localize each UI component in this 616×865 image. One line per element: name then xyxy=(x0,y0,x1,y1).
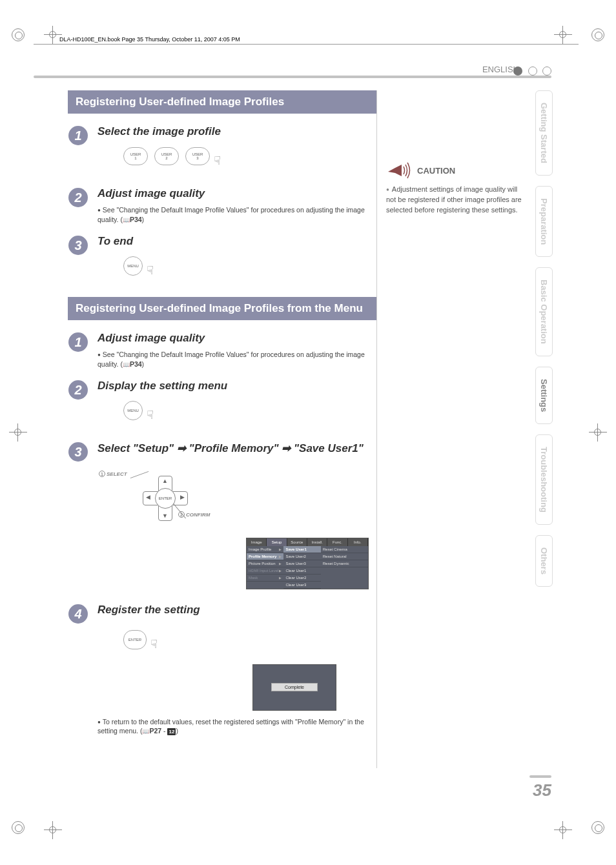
step-2-2: 2 Display the setting menu MENU ☟ xyxy=(68,380,376,431)
svg-text:3: 3 xyxy=(74,445,81,459)
step-note: ●See "Changing the Default Image Profile… xyxy=(98,350,376,369)
right-arrow-icon: ▶ xyxy=(180,494,185,500)
dpad-diagram: 1SELECT ENTER ▲ ▼ ◀ ▶ 2CONFIRM xyxy=(117,469,207,527)
header-bar xyxy=(34,76,551,78)
menu-tab: Func. xyxy=(327,538,347,546)
step-title: Adjust image quality xyxy=(98,187,376,200)
caution-heading: CAUTION xyxy=(417,166,455,176)
crop-mark xyxy=(591,28,604,44)
user3-button: USER3 xyxy=(185,147,210,165)
press-hand-survey-icon: ☟ xyxy=(150,637,158,651)
chapter-tabs: Getting Started Preparation Basic Operat… xyxy=(535,90,555,597)
crop-mark xyxy=(591,426,604,439)
user1-button: USER1 xyxy=(123,147,148,165)
section-heading-2: Registering User-defined Image Profiles … xyxy=(68,297,376,320)
step-number-1-icon: 1 xyxy=(68,125,88,146)
step-note: ●To return to the default values, reset … xyxy=(98,717,376,736)
menu-right-col: Reset Cinema Reset Natural Reset Dynamic xyxy=(321,546,368,589)
tab-others: Others xyxy=(535,535,553,587)
step-note: ●See "Changing the Default Image Profile… xyxy=(98,205,376,224)
step-title: Select the image profile xyxy=(98,125,376,138)
step-1-2: 2 Adjust image quality ●See "Changing th… xyxy=(68,187,376,224)
user2-button: USER2 xyxy=(154,147,179,165)
main-content: Registering User-defined Image Profiles … xyxy=(68,90,376,746)
caution-text: Adjustment settings of image quality wil… xyxy=(386,185,522,216)
crop-mark xyxy=(12,426,25,439)
step-2-3: 3 Select "Setup" ➡ "Profile Memory" ➡ "S… xyxy=(68,442,376,589)
step-title: Display the setting menu xyxy=(98,380,376,392)
step-number-2-icon: 2 xyxy=(68,187,88,208)
svg-text:2: 2 xyxy=(74,190,81,205)
manual-page: DLA-HD100E_EN.book Page 35 Thursday, Oct… xyxy=(0,0,616,865)
complete-label: Complete xyxy=(271,683,318,691)
menu-tab: Setup xyxy=(267,538,287,546)
menu-button: MENU xyxy=(123,256,143,276)
crop-mark xyxy=(46,28,59,41)
step-number-4-icon: 4 xyxy=(68,604,88,624)
osd-complete-dialog: Complete xyxy=(252,664,336,711)
header-file-info: DLA-HD100E_EN.book Page 35 Thursday, Oct… xyxy=(59,36,240,43)
step-number-3-icon: 3 xyxy=(68,235,88,256)
press-hand-icon: ☟ xyxy=(147,408,154,422)
tab-troubleshooting: Troubleshooting xyxy=(535,434,553,525)
crop-mark xyxy=(12,821,25,837)
osd-menu-screenshot: Image Setup Source Install. Func. Info. … xyxy=(246,538,369,589)
language-indicators xyxy=(511,65,551,76)
header-rule xyxy=(34,44,579,45)
megaphone-icon xyxy=(386,161,412,179)
menu-mid-col: Save User1 Save User2 Save User3 Clear U… xyxy=(283,546,320,589)
press-hand-icon: ☟ xyxy=(214,154,221,168)
crop-mark xyxy=(591,821,604,837)
caution-block: CAUTION Adjustment settings of image qua… xyxy=(386,161,522,216)
press-hand-icon: ☟ xyxy=(147,263,154,278)
step-title: To end xyxy=(98,235,376,248)
tab-getting-started: Getting Started xyxy=(535,90,553,176)
crop-mark xyxy=(557,824,570,837)
step-title: Register the setting xyxy=(98,604,376,616)
step-title: Adjust image quality xyxy=(98,332,376,345)
menu-tab: Info. xyxy=(348,538,368,546)
arrow-right-icon: ➡ xyxy=(282,442,291,454)
enter-button: ENTER xyxy=(155,488,176,509)
step-title: Select "Setup" ➡ "Profile Memory" ➡ "Sav… xyxy=(98,442,376,455)
menu-tab: Image xyxy=(247,538,267,546)
menu-tab: Install. xyxy=(307,538,327,546)
left-arrow-icon: ◀ xyxy=(146,494,150,500)
svg-text:2: 2 xyxy=(74,383,81,397)
svg-text:3: 3 xyxy=(74,238,81,252)
step-number-1-icon: 1 xyxy=(68,332,88,352)
lang-dot-active xyxy=(513,66,522,76)
svg-text:4: 4 xyxy=(74,607,81,621)
crop-mark xyxy=(46,824,59,837)
step-1-3: 3 To end MENU ☟ xyxy=(68,235,376,287)
step-2-1: 1 Adjust image quality ●See "Changing th… xyxy=(68,332,376,369)
down-arrow-icon: ▼ xyxy=(162,513,168,519)
menu-button: MENU xyxy=(123,401,143,420)
step-1-1: 1 Select the image profile USER1 USER2 U… xyxy=(68,125,376,177)
up-arrow-icon: ▲ xyxy=(162,478,168,484)
step-number-2-icon: 2 xyxy=(68,380,88,400)
svg-text:1: 1 xyxy=(74,335,81,349)
tab-basic-operation: Basic Operation xyxy=(535,267,553,356)
step-2-4: 4 Register the setting ENTER ☟ Complete … xyxy=(68,604,376,736)
arrow-right-icon: ➡ xyxy=(177,442,186,454)
crop-mark xyxy=(557,28,570,41)
lang-dot xyxy=(542,66,551,76)
svg-text:1: 1 xyxy=(74,128,81,143)
menu-left-col: Image Profile▶ Profile Memory▶ Picture P… xyxy=(247,546,283,589)
lang-dot xyxy=(528,66,537,76)
column-divider xyxy=(376,90,377,768)
step-number-3-icon: 3 xyxy=(68,442,88,462)
crop-mark xyxy=(12,28,25,44)
menu-tab: Source xyxy=(287,538,307,546)
tab-preparation: Preparation xyxy=(535,186,553,257)
enter-button: ENTER xyxy=(123,630,147,649)
section-heading-1: Registering User-defined Image Profiles xyxy=(68,90,376,114)
tab-settings: Settings xyxy=(535,367,553,424)
page-number: 35 xyxy=(529,775,551,800)
